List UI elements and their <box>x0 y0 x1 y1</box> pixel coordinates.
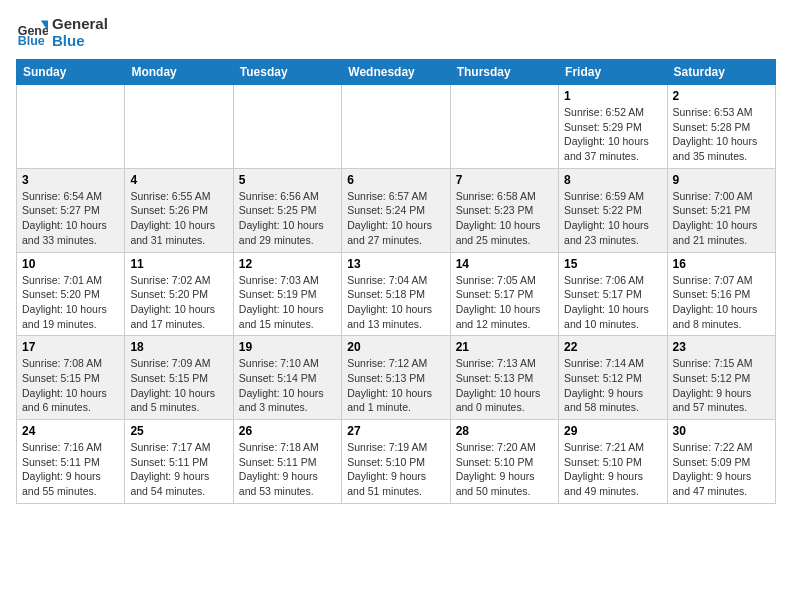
calendar-cell: 5Sunrise: 6:56 AM Sunset: 5:25 PM Daylig… <box>233 168 341 252</box>
day-number: 22 <box>564 340 661 354</box>
svg-text:Blue: Blue <box>18 34 45 48</box>
day-number: 14 <box>456 257 553 271</box>
day-info: Sunrise: 6:57 AM Sunset: 5:24 PM Dayligh… <box>347 189 444 248</box>
calendar-cell: 3Sunrise: 6:54 AM Sunset: 5:27 PM Daylig… <box>17 168 125 252</box>
day-number: 29 <box>564 424 661 438</box>
day-number: 19 <box>239 340 336 354</box>
calendar-cell: 1Sunrise: 6:52 AM Sunset: 5:29 PM Daylig… <box>559 85 667 169</box>
calendar-table: SundayMondayTuesdayWednesdayThursdayFrid… <box>16 59 776 504</box>
calendar-cell: 6Sunrise: 6:57 AM Sunset: 5:24 PM Daylig… <box>342 168 450 252</box>
calendar-cell: 21Sunrise: 7:13 AM Sunset: 5:13 PM Dayli… <box>450 336 558 420</box>
day-number: 27 <box>347 424 444 438</box>
day-info: Sunrise: 6:52 AM Sunset: 5:29 PM Dayligh… <box>564 105 661 164</box>
logo-icon: General Blue <box>16 17 48 49</box>
day-info: Sunrise: 7:04 AM Sunset: 5:18 PM Dayligh… <box>347 273 444 332</box>
day-info: Sunrise: 7:19 AM Sunset: 5:10 PM Dayligh… <box>347 440 444 499</box>
day-number: 23 <box>673 340 770 354</box>
day-number: 7 <box>456 173 553 187</box>
logo-blue-text: Blue <box>52 33 108 50</box>
day-number: 1 <box>564 89 661 103</box>
day-info: Sunrise: 6:53 AM Sunset: 5:28 PM Dayligh… <box>673 105 770 164</box>
day-number: 16 <box>673 257 770 271</box>
calendar-cell: 20Sunrise: 7:12 AM Sunset: 5:13 PM Dayli… <box>342 336 450 420</box>
day-number: 24 <box>22 424 119 438</box>
day-info: Sunrise: 7:21 AM Sunset: 5:10 PM Dayligh… <box>564 440 661 499</box>
col-header-thursday: Thursday <box>450 60 558 85</box>
calendar-cell: 13Sunrise: 7:04 AM Sunset: 5:18 PM Dayli… <box>342 252 450 336</box>
calendar-cell: 29Sunrise: 7:21 AM Sunset: 5:10 PM Dayli… <box>559 420 667 504</box>
day-number: 2 <box>673 89 770 103</box>
day-number: 20 <box>347 340 444 354</box>
day-number: 3 <box>22 173 119 187</box>
col-header-monday: Monday <box>125 60 233 85</box>
day-info: Sunrise: 7:01 AM Sunset: 5:20 PM Dayligh… <box>22 273 119 332</box>
day-info: Sunrise: 7:17 AM Sunset: 5:11 PM Dayligh… <box>130 440 227 499</box>
day-info: Sunrise: 7:12 AM Sunset: 5:13 PM Dayligh… <box>347 356 444 415</box>
day-info: Sunrise: 7:15 AM Sunset: 5:12 PM Dayligh… <box>673 356 770 415</box>
day-number: 12 <box>239 257 336 271</box>
col-header-sunday: Sunday <box>17 60 125 85</box>
day-number: 4 <box>130 173 227 187</box>
logo-general-text: General <box>52 16 108 33</box>
col-header-saturday: Saturday <box>667 60 775 85</box>
day-info: Sunrise: 7:00 AM Sunset: 5:21 PM Dayligh… <box>673 189 770 248</box>
day-info: Sunrise: 6:56 AM Sunset: 5:25 PM Dayligh… <box>239 189 336 248</box>
calendar-cell: 17Sunrise: 7:08 AM Sunset: 5:15 PM Dayli… <box>17 336 125 420</box>
day-number: 10 <box>22 257 119 271</box>
day-info: Sunrise: 7:18 AM Sunset: 5:11 PM Dayligh… <box>239 440 336 499</box>
col-header-tuesday: Tuesday <box>233 60 341 85</box>
calendar-cell: 27Sunrise: 7:19 AM Sunset: 5:10 PM Dayli… <box>342 420 450 504</box>
calendar-cell: 8Sunrise: 6:59 AM Sunset: 5:22 PM Daylig… <box>559 168 667 252</box>
calendar-cell: 9Sunrise: 7:00 AM Sunset: 5:21 PM Daylig… <box>667 168 775 252</box>
calendar-cell: 24Sunrise: 7:16 AM Sunset: 5:11 PM Dayli… <box>17 420 125 504</box>
day-info: Sunrise: 6:59 AM Sunset: 5:22 PM Dayligh… <box>564 189 661 248</box>
calendar-cell: 14Sunrise: 7:05 AM Sunset: 5:17 PM Dayli… <box>450 252 558 336</box>
day-info: Sunrise: 7:10 AM Sunset: 5:14 PM Dayligh… <box>239 356 336 415</box>
day-number: 26 <box>239 424 336 438</box>
day-info: Sunrise: 7:03 AM Sunset: 5:19 PM Dayligh… <box>239 273 336 332</box>
day-number: 5 <box>239 173 336 187</box>
calendar-week-row: 10Sunrise: 7:01 AM Sunset: 5:20 PM Dayli… <box>17 252 776 336</box>
day-info: Sunrise: 7:13 AM Sunset: 5:13 PM Dayligh… <box>456 356 553 415</box>
day-info: Sunrise: 7:08 AM Sunset: 5:15 PM Dayligh… <box>22 356 119 415</box>
calendar-cell: 10Sunrise: 7:01 AM Sunset: 5:20 PM Dayli… <box>17 252 125 336</box>
calendar-cell: 2Sunrise: 6:53 AM Sunset: 5:28 PM Daylig… <box>667 85 775 169</box>
calendar-cell <box>450 85 558 169</box>
calendar-cell: 30Sunrise: 7:22 AM Sunset: 5:09 PM Dayli… <box>667 420 775 504</box>
day-number: 21 <box>456 340 553 354</box>
calendar-cell: 19Sunrise: 7:10 AM Sunset: 5:14 PM Dayli… <box>233 336 341 420</box>
day-info: Sunrise: 6:58 AM Sunset: 5:23 PM Dayligh… <box>456 189 553 248</box>
day-number: 17 <box>22 340 119 354</box>
day-number: 11 <box>130 257 227 271</box>
calendar-cell: 22Sunrise: 7:14 AM Sunset: 5:12 PM Dayli… <box>559 336 667 420</box>
day-info: Sunrise: 7:16 AM Sunset: 5:11 PM Dayligh… <box>22 440 119 499</box>
day-info: Sunrise: 7:20 AM Sunset: 5:10 PM Dayligh… <box>456 440 553 499</box>
day-number: 6 <box>347 173 444 187</box>
col-header-wednesday: Wednesday <box>342 60 450 85</box>
calendar-cell: 28Sunrise: 7:20 AM Sunset: 5:10 PM Dayli… <box>450 420 558 504</box>
calendar-cell: 18Sunrise: 7:09 AM Sunset: 5:15 PM Dayli… <box>125 336 233 420</box>
calendar-cell: 23Sunrise: 7:15 AM Sunset: 5:12 PM Dayli… <box>667 336 775 420</box>
calendar-header-row: SundayMondayTuesdayWednesdayThursdayFrid… <box>17 60 776 85</box>
day-number: 8 <box>564 173 661 187</box>
calendar-cell: 4Sunrise: 6:55 AM Sunset: 5:26 PM Daylig… <box>125 168 233 252</box>
day-number: 15 <box>564 257 661 271</box>
day-number: 25 <box>130 424 227 438</box>
day-info: Sunrise: 6:54 AM Sunset: 5:27 PM Dayligh… <box>22 189 119 248</box>
day-number: 30 <box>673 424 770 438</box>
day-info: Sunrise: 7:07 AM Sunset: 5:16 PM Dayligh… <box>673 273 770 332</box>
calendar-cell: 26Sunrise: 7:18 AM Sunset: 5:11 PM Dayli… <box>233 420 341 504</box>
day-number: 13 <box>347 257 444 271</box>
logo: General Blue General Blue <box>16 16 108 49</box>
day-info: Sunrise: 7:22 AM Sunset: 5:09 PM Dayligh… <box>673 440 770 499</box>
calendar-cell: 7Sunrise: 6:58 AM Sunset: 5:23 PM Daylig… <box>450 168 558 252</box>
calendar-week-row: 1Sunrise: 6:52 AM Sunset: 5:29 PM Daylig… <box>17 85 776 169</box>
day-number: 28 <box>456 424 553 438</box>
calendar-cell: 16Sunrise: 7:07 AM Sunset: 5:16 PM Dayli… <box>667 252 775 336</box>
calendar-cell: 15Sunrise: 7:06 AM Sunset: 5:17 PM Dayli… <box>559 252 667 336</box>
day-number: 18 <box>130 340 227 354</box>
day-info: Sunrise: 7:06 AM Sunset: 5:17 PM Dayligh… <box>564 273 661 332</box>
calendar-cell <box>233 85 341 169</box>
col-header-friday: Friday <box>559 60 667 85</box>
day-info: Sunrise: 7:14 AM Sunset: 5:12 PM Dayligh… <box>564 356 661 415</box>
